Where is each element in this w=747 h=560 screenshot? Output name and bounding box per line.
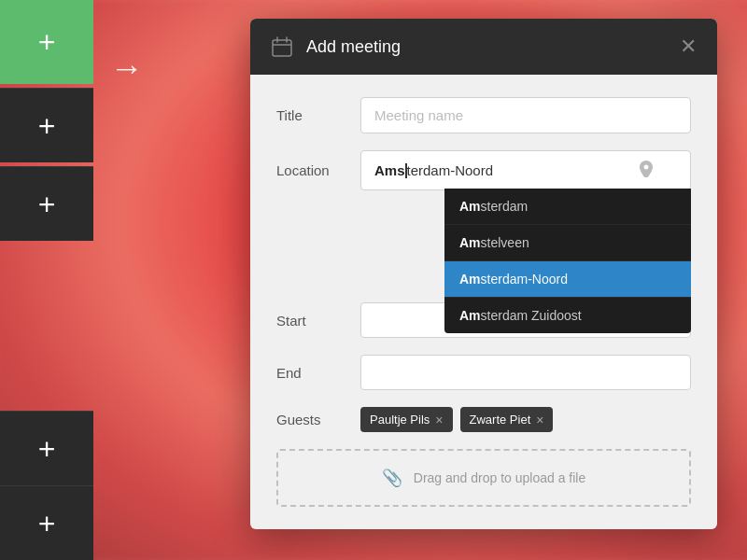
location-typed-bold: Ams bbox=[374, 162, 405, 178]
plus-icon: + bbox=[38, 111, 56, 141]
dropdown-item-rest: stelveen bbox=[481, 235, 529, 250]
location-label: Location bbox=[276, 162, 360, 178]
end-input[interactable] bbox=[360, 355, 691, 390]
location-input-display[interactable]: Amsterdam-Noord bbox=[360, 150, 691, 190]
title-row: Title bbox=[276, 97, 691, 133]
start-label: Start bbox=[276, 313, 360, 329]
location-input-wrap: Amsterdam-Noord Amsterdam Ams bbox=[360, 150, 691, 190]
end-label: End bbox=[276, 365, 360, 381]
plus-icon: + bbox=[38, 434, 56, 464]
modal-title: Add meeting bbox=[306, 37, 667, 57]
plus-icon: + bbox=[38, 509, 56, 539]
paperclip-icon: 📎 bbox=[382, 468, 402, 488]
guest-name: Zwarte Piet bbox=[470, 413, 531, 427]
upload-zone[interactable]: 📎 Drag and drop to upload a file bbox=[276, 449, 691, 507]
title-input[interactable] bbox=[360, 97, 691, 133]
guests-label: Guests bbox=[276, 412, 360, 427]
dropdown-item-amsterdam-zuidoost[interactable]: Amsterdam Zuidoost bbox=[444, 298, 691, 333]
guests-wrap: Paultje Pils × Zwarte Piet × bbox=[360, 407, 691, 432]
svg-rect-0 bbox=[273, 40, 291, 56]
plus-icon: + bbox=[38, 27, 56, 57]
add-button-green[interactable]: + bbox=[0, 0, 93, 84]
close-button[interactable]: ✕ bbox=[678, 36, 698, 57]
dropdown-item-amsterdam-noord[interactable]: Amsterdam-Noord bbox=[444, 261, 691, 298]
guest-name: Paultje Pils bbox=[370, 413, 430, 427]
guests-row: Guests Paultje Pils × Zwarte Piet × bbox=[276, 407, 691, 432]
dropdown-item-amstelveen[interactable]: Amstelveen bbox=[444, 225, 691, 261]
dropdown-item-rest: sterdam-Noord bbox=[481, 272, 568, 287]
guest-remove-paultje[interactable]: × bbox=[435, 413, 443, 427]
dropdown-item-bold: Am bbox=[459, 272, 481, 287]
add-button-dark-3[interactable]: + bbox=[0, 411, 93, 485]
location-geo-icon bbox=[640, 161, 653, 180]
plus-icon: + bbox=[38, 189, 56, 219]
modal-body: Title Location Amsterdam-Noord bbox=[250, 75, 717, 529]
arrow-hint: → bbox=[110, 49, 144, 88]
location-dropdown: Amsterdam Amstelveen Amsterdam-Noord Ams… bbox=[444, 189, 691, 333]
add-button-dark-2[interactable]: + bbox=[0, 166, 93, 241]
title-label: Title bbox=[276, 107, 360, 123]
calendar-icon bbox=[269, 34, 295, 60]
sidebar: + + + + + bbox=[0, 0, 103, 560]
dropdown-item-rest: sterdam bbox=[481, 199, 529, 214]
location-row: Location Amsterdam-Noord Ams bbox=[276, 150, 691, 190]
dropdown-item-bold: Am bbox=[459, 308, 481, 323]
guest-remove-zwarte[interactable]: × bbox=[536, 413, 543, 427]
add-button-dark-4[interactable]: + bbox=[0, 485, 93, 560]
dropdown-item-rest: sterdam Zuidoost bbox=[481, 308, 582, 323]
location-typed-rest: terdam-Noord bbox=[407, 162, 494, 178]
dropdown-item-bold: Am bbox=[459, 199, 481, 214]
add-meeting-modal: Add meeting ✕ Title Location Amsterdam-N… bbox=[250, 19, 717, 529]
add-button-dark-1[interactable]: + bbox=[0, 88, 93, 162]
dropdown-item-bold: Am bbox=[459, 235, 481, 250]
dropdown-item-amsterdam[interactable]: Amsterdam bbox=[444, 189, 691, 225]
end-row: End bbox=[276, 355, 691, 390]
guest-tag-paultje: Paultje Pils × bbox=[360, 407, 453, 432]
modal-header: Add meeting ✕ bbox=[250, 19, 717, 75]
guest-tag-zwarte: Zwarte Piet × bbox=[460, 407, 554, 432]
upload-label: Drag and drop to upload a file bbox=[414, 470, 585, 485]
